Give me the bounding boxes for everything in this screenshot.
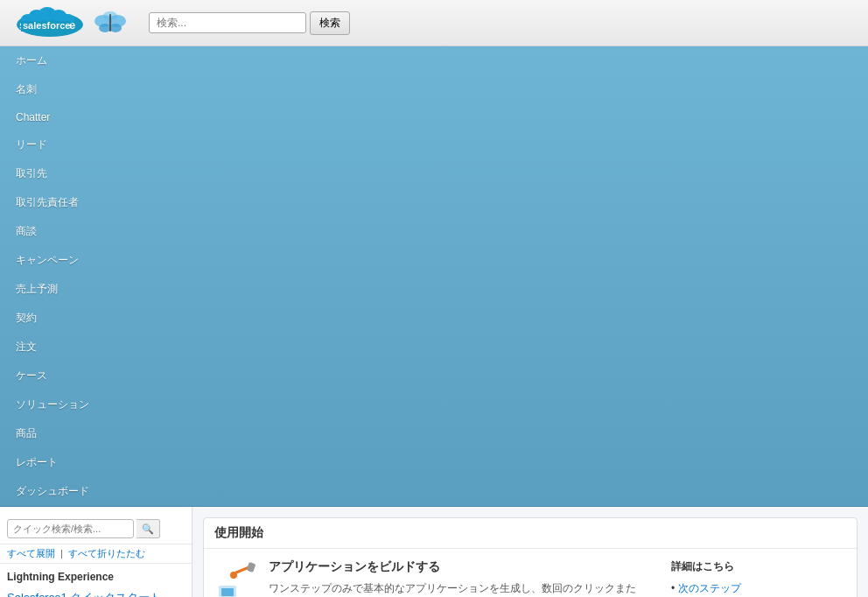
svg-text:salesforce: salesforce [23,20,70,31]
lightning-experience-title: Lightning Experience [0,564,192,586]
nav-item-Chatter[interactable]: Chatter [7,104,98,130]
nav-item-契約[interactable]: 契約 [7,304,98,333]
gs-detail-list: 次のステップ システム管理者向けモバイルアプリケーション [671,581,846,597]
nav-item-売上予測[interactable]: 売上予測 [7,275,98,304]
gs-card-desc: ワンステップのみで基本的なアプリケーションを生成し、数回のクリックまたはコードで… [269,580,642,597]
content-area: 使用開始 アプリケーションをビルドする ワンステップのみで基本的なアプリケーショ… [192,507,868,597]
nav-item-商談[interactable]: 商談 [7,217,98,246]
build-app-icon [214,559,258,597]
nav-item-ソリューション[interactable]: ソリューション [7,390,98,419]
nav-item-商品[interactable]: 商品 [7,419,98,448]
sidebar-search-area: 🔍 [0,514,192,544]
svg-rect-14 [109,14,111,32]
header: salesforce salesforce 検索 [0,0,868,46]
svg-rect-18 [247,562,256,572]
nav-item-キャンペーン[interactable]: キャンペーン [7,246,98,275]
gs-card-title: アプリケーションをビルドする [269,559,642,575]
svg-point-13 [109,24,122,32]
nav-items: ホーム名刺Chatterリード取引先取引先責任者商談キャンペーン売上予測契約注文… [7,46,98,506]
gs-detail-item-1: 次のステップ [671,581,846,596]
search-area: 検索 [149,11,350,35]
salesforce-logo-icon: salesforce salesforce [10,7,89,39]
search-input[interactable] [149,12,306,33]
nav-item-レポート[interactable]: レポート [7,448,98,477]
collapse-all-link[interactable]: すべて折りたたむ [68,548,145,558]
nav-item-取引先責任者[interactable]: 取引先責任者 [7,188,98,217]
expand-all-link[interactable]: すべて展開 [7,548,55,558]
svg-point-12 [99,24,111,32]
nav-item-名刺[interactable]: 名刺 [7,75,98,104]
butterfly-icon [93,7,128,39]
sidebar-search-input[interactable] [7,519,134,538]
search-button[interactable]: 検索 [310,11,350,35]
getting-started-inner: アプリケーションをビルドする ワンステップのみで基本的なアプリケーションを生成し… [204,549,857,597]
nav-item-ホーム[interactable]: ホーム [7,46,98,75]
getting-started-title: 使用開始 [204,518,857,549]
main-layout: 🔍 すべて展開 | すべて折りたたむ Lightning Experience … [0,507,868,597]
next-steps-link[interactable]: 次のステップ [678,582,741,594]
gs-main: アプリケーションをビルドする ワンステップのみで基本的なアプリケーションを生成し… [214,559,642,597]
sidebar: 🔍 すべて展開 | すべて折りたたむ Lightning Experience … [0,507,192,597]
nav-item-リード[interactable]: リード [7,130,98,159]
svg-point-19 [230,572,237,579]
nav-item-ケース[interactable]: ケース [7,362,98,390]
nav-item-注文[interactable]: 注文 [7,333,98,362]
nav-item-取引先[interactable]: 取引先 [7,159,98,188]
salesforce1-quickstart-item: Salesforce1 クイックスタート [0,586,192,597]
sidebar-collapse-controls: すべて展開 | すべて折りたたむ [0,544,192,564]
navbar: ホーム名刺Chatterリード取引先取引先責任者商談キャンペーン売上予測契約注文… [0,46,868,507]
nav-item-ダッシュボード[interactable]: ダッシュボード [7,477,98,506]
gs-right: 詳細はこちら 次のステップ システム管理者向けモバイルアプリケーション Sale… [671,559,846,597]
logo-area: salesforce salesforce [10,7,128,39]
gs-detail-title: 詳細はこちら [671,559,846,574]
sidebar-search-icon[interactable]: 🔍 [136,519,160,538]
salesforce1-quickstart-link[interactable]: Salesforce1 クイックスタート [7,591,161,597]
svg-rect-16 [221,588,234,596]
getting-started-section: 使用開始 アプリケーションをビルドする ワンステップのみで基本的なアプリケーショ… [203,517,858,597]
gs-text: アプリケーションをビルドする ワンステップのみで基本的なアプリケーションを生成し… [269,559,642,597]
